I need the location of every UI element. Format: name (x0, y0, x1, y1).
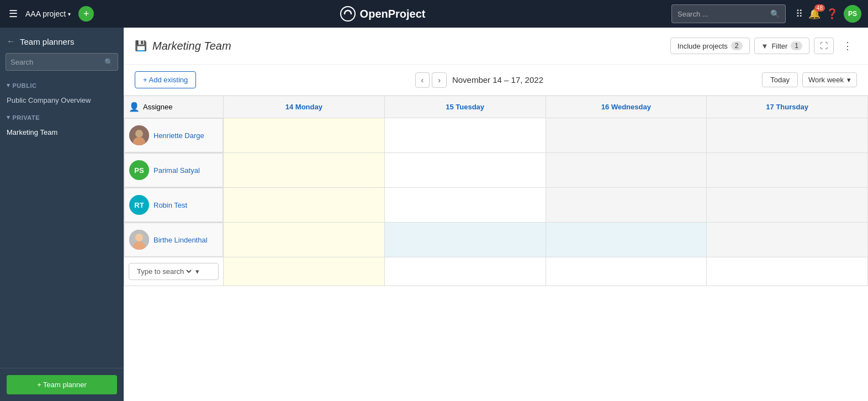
day-cell-r3-c2[interactable] (546, 223, 707, 257)
day-cell-r3-c0[interactable] (224, 223, 385, 257)
day-cell-r3-c1[interactable] (384, 223, 546, 257)
top-navigation: ☰ AAA project ▾ + OpenProject 🔍 ⠿ 🔔 48 ❓… (0, 0, 868, 28)
assignee-cell-2: RTRobin Test (124, 188, 223, 222)
planner-grid: 👤 Assignee 14 Monday 15 Tuesday 16 Wedne… (124, 96, 868, 401)
filter-button[interactable]: ▼ Filter 1 (754, 38, 809, 54)
add-team-planner-button[interactable]: + Team planner (7, 375, 117, 394)
assignee-col-label: Assignee (143, 103, 172, 111)
sidebar-header: ← Team planners (0, 28, 124, 53)
day-cell-r0-c1[interactable] (384, 118, 546, 153)
day-cell-r0-c3[interactable] (707, 118, 868, 153)
include-projects-label: Include projects (678, 42, 728, 50)
day-cell-r0-c2[interactable] (546, 118, 707, 153)
private-section-label: PRIVATE (13, 114, 40, 121)
thursday-column-header: 17 Thursday (707, 96, 868, 118)
view-controls: Today Work week ▾ (762, 72, 857, 87)
date-navigation: ‹ › November 14 – 17, 2022 (415, 72, 543, 88)
day-cell-r1-c2[interactable] (546, 153, 707, 188)
openproject-logo-icon (340, 6, 356, 22)
day-cell-r1-c3[interactable] (707, 153, 868, 188)
search-day-cell-3 (707, 257, 868, 286)
search-day-cell-1 (384, 257, 546, 286)
sidebar-search-input[interactable] (10, 58, 101, 66)
filter-icon: ▼ (761, 42, 769, 50)
person-icon: 👤 (129, 102, 140, 112)
sidebar-private-section: ▾ PRIVATE (0, 109, 124, 123)
tuesday-column-header: 15 Tuesday (384, 96, 546, 118)
include-projects-count: 2 (731, 41, 743, 50)
sidebar-search-icon: 🔍 (104, 58, 113, 66)
fullscreen-button[interactable]: ⛶ (814, 38, 834, 54)
help-icon[interactable]: ❓ (826, 8, 838, 20)
day-cell-r2-c2[interactable] (546, 188, 707, 223)
day-cell-r0-c0[interactable] (224, 118, 385, 153)
day-cell-r3-c3[interactable] (707, 223, 868, 257)
assignee-avatar-1: PS (129, 160, 149, 180)
nav-buttons: ‹ › (415, 72, 447, 88)
sidebar-item-marketing-team[interactable]: Marketing Team (0, 124, 124, 141)
today-button[interactable]: Today (762, 72, 798, 87)
app-logo: OpenProject (340, 6, 426, 22)
global-search-input[interactable] (678, 10, 766, 18)
svg-point-0 (341, 7, 355, 21)
user-avatar[interactable]: PS (844, 5, 861, 23)
assignee-column-header: 👤 Assignee (124, 96, 224, 118)
assignee-avatar-3 (129, 230, 149, 250)
search-dropdown-chevron-icon: ▾ (195, 267, 199, 276)
notification-badge: 48 (814, 4, 825, 12)
type-to-search-dropdown[interactable]: Type to search▾ (129, 263, 219, 280)
add-project-button[interactable]: + (78, 6, 94, 22)
project-selector[interactable]: AAA project ▾ (25, 9, 71, 18)
filter-label: Filter (771, 42, 787, 50)
global-search-box[interactable]: 🔍 (671, 4, 786, 23)
notifications-icon[interactable]: 🔔 48 (808, 8, 821, 20)
filter-count: 1 (791, 41, 802, 50)
sidebar-footer: + Team planner (0, 368, 124, 401)
assignee-name-3[interactable]: Birthe Lindenthal (154, 236, 208, 244)
public-section-label: PUBLIC (13, 82, 37, 89)
search-day-cell-0 (224, 257, 385, 286)
day-cell-r1-c0[interactable] (224, 153, 385, 188)
include-projects-button[interactable]: Include projects 2 (670, 38, 750, 54)
content-header: 💾 Marketing Team Include projects 2 ▼ Fi… (124, 28, 868, 65)
table-row: RTRobin Test (124, 188, 868, 223)
prev-period-button[interactable]: ‹ (415, 72, 430, 88)
apps-grid-icon[interactable]: ⠿ (796, 8, 803, 20)
planner-toolbar: + Add existing ‹ › November 14 – 17, 202… (124, 65, 868, 96)
sidebar-search-box[interactable]: 🔍 (6, 53, 118, 71)
work-week-selector[interactable]: Work week ▾ (802, 72, 857, 87)
page-title: Marketing Team (152, 40, 231, 52)
sidebar-title: Team planners (20, 37, 74, 46)
next-period-button[interactable]: › (432, 72, 447, 88)
day-cell-r1-c1[interactable] (384, 153, 546, 188)
day-cell-r2-c3[interactable] (707, 188, 868, 223)
assignee-name-2[interactable]: Robin Test (154, 201, 187, 209)
sidebar-spacer (0, 141, 124, 368)
hamburger-menu[interactable]: ☰ (7, 6, 20, 22)
day-cell-r2-c1[interactable] (384, 188, 546, 223)
date-range-label: November 14 – 17, 2022 (452, 75, 543, 85)
app-name-label: OpenProject (360, 8, 426, 20)
sidebar-item-public-company[interactable]: Public Company Overview (0, 92, 124, 109)
assignee-name-0[interactable]: Henriette Darge (154, 131, 204, 140)
header-actions: Include projects 2 ▼ Filter 1 ⛶ ⋮ (670, 36, 857, 55)
more-options-button[interactable]: ⋮ (838, 36, 857, 55)
assignee-avatar-2: RT (129, 195, 149, 215)
day-cell-r2-c0[interactable] (224, 188, 385, 223)
assignee-avatar-0 (129, 125, 149, 145)
table-row: PSParimal Satyal (124, 153, 868, 188)
project-name-label: AAA project (25, 9, 66, 18)
planner-table-body: Henriette DargePSParimal SatyalRTRobin T… (124, 118, 868, 286)
private-section-toggle[interactable]: ▾ PRIVATE (7, 114, 117, 121)
assignee-search-select[interactable]: Type to search (135, 267, 193, 276)
work-week-chevron-icon: ▾ (847, 76, 851, 84)
public-section-toggle[interactable]: ▾ PUBLIC (7, 82, 117, 89)
assignee-cell-1: PSParimal Satyal (124, 153, 223, 187)
main-content: 💾 Marketing Team Include projects 2 ▼ Fi… (124, 28, 868, 401)
back-arrow-icon[interactable]: ← (7, 36, 15, 46)
assignee-name-1[interactable]: Parimal Satyal (154, 166, 200, 175)
table-row: Henriette Darge (124, 118, 868, 153)
search-day-cell-2 (546, 257, 707, 286)
collapse-icon-2: ▾ (7, 114, 10, 121)
add-existing-button[interactable]: + Add existing (135, 71, 196, 88)
